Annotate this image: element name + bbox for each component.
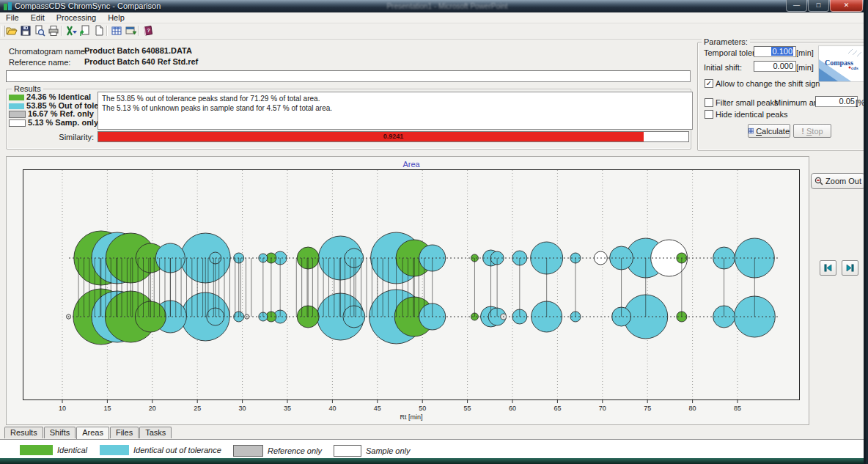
tab-areas[interactable]: Areas — [76, 427, 109, 439]
legend-color-swatch — [20, 445, 53, 455]
legend-item-identical: Identical — [20, 445, 87, 455]
result-row-samp-only: 5.13 % Samp. only — [9, 118, 98, 127]
allow-shift-sign-checkbox[interactable]: ✓ — [705, 79, 713, 88]
open-icon — [6, 25, 18, 38]
compass-cds-logo: Compass cds — [818, 45, 865, 82]
zoom-out-label: Zoom Out — [825, 177, 861, 185]
filter-small-peaks-label: Filter small peaks — [716, 98, 779, 107]
toolbar-save-button[interactable] — [18, 24, 32, 38]
svg-text:40: 40 — [328, 405, 336, 412]
svg-text:70: 70 — [599, 405, 606, 412]
table-icon — [111, 25, 122, 38]
stop-button[interactable]: ! Stop — [793, 124, 831, 138]
result-row-text: 16.67 % Ref. only — [26, 109, 94, 118]
area-chart-svg[interactable]: 10152025303540455055606570758085Rt [min] — [23, 169, 800, 422]
area-chart-panel: Area 10152025303540455055606570758085Rt … — [6, 156, 809, 425]
toolbar-separator — [61, 26, 62, 36]
toolbar-open-button[interactable] — [4, 24, 18, 38]
step-left-icon — [824, 264, 832, 272]
menu-item-edit[interactable]: Edit — [25, 12, 51, 23]
tab-files[interactable]: Files — [110, 427, 139, 438]
toolbar-export-excel-button[interactable] — [64, 24, 78, 38]
hide-identical-peaks-checkbox[interactable] — [705, 110, 713, 119]
allow-shift-sign-label: Allow to change the shift sign — [716, 79, 820, 88]
toolbar-print-button[interactable] — [46, 24, 60, 38]
step-right-icon — [846, 264, 854, 272]
result-color-swatch — [9, 103, 24, 109]
toolbar-import-page-button[interactable] — [78, 24, 92, 38]
title-bar: Presentation1 - Microsoft PowerPoint Com… — [0, 0, 866, 12]
filter-small-peaks-checkbox[interactable] — [705, 98, 713, 107]
legend-item-identical-out-of-tolerance: Identical out of tolerance — [100, 445, 221, 455]
app-window: Presentation1 - Microsoft PowerPoint Com… — [0, 0, 866, 464]
legend-band: IdenticalIdentical out of toleranceRefer… — [0, 439, 866, 459]
toolbar-print-preview-button[interactable] — [32, 24, 46, 38]
reference-name-value: Product Batch 640 Ref Std.ref — [84, 57, 198, 66]
menu-item-help[interactable]: Help — [102, 12, 130, 23]
legend-color-swatch — [233, 445, 263, 457]
legend-label: Identical out of tolerance — [133, 446, 221, 454]
app-icon — [3, 1, 12, 11]
properties-icon — [125, 25, 136, 38]
svg-text:?: ? — [147, 28, 150, 33]
svg-text:10: 10 — [59, 405, 66, 412]
svg-text:60: 60 — [509, 405, 516, 412]
toolbar-table-button[interactable] — [109, 24, 123, 38]
minimize-button[interactable]: — — [786, 0, 807, 12]
step-left-button[interactable] — [820, 260, 836, 276]
initial-shift-input[interactable]: 0.000 — [754, 61, 796, 72]
maximize-button[interactable]: □ — [808, 0, 829, 12]
svg-text:35: 35 — [284, 405, 291, 412]
svg-text:15: 15 — [103, 405, 111, 412]
temporal-tolerance-input[interactable]: 0.100 — [754, 46, 796, 57]
similarity-value: 0.9241 — [98, 133, 688, 140]
zoom-out-button[interactable]: Zoom Out — [811, 173, 865, 189]
svg-text:cds: cds — [851, 65, 858, 71]
close-button[interactable]: ✕ — [830, 0, 863, 12]
background-window-edge — [0, 458, 866, 464]
svg-text:55: 55 — [464, 405, 471, 412]
step-right-button[interactable] — [842, 260, 858, 276]
legend-color-swatch — [334, 445, 361, 457]
legend-item-sample-only: Sample only — [334, 445, 411, 457]
svg-text:80: 80 — [689, 405, 696, 412]
legend-item-reference-only: Reference only — [233, 445, 322, 457]
stop-exclamation-icon: ! — [801, 127, 804, 136]
results-info-line: The 53.85 % out of tolerance peaks stand… — [102, 94, 688, 103]
minimum-area-input[interactable]: 0.05 — [815, 96, 858, 107]
toolbar-properties-button[interactable] — [123, 24, 137, 38]
toolbar-report-page-button[interactable] — [92, 24, 106, 38]
toolbar-separator — [138, 26, 139, 36]
view-tabs: ResultsShiftsAreasFilesTasks — [4, 426, 172, 438]
comparison-path-input[interactable] — [6, 70, 691, 82]
chromatogram-name-value: Product Batch 640881.DATA — [84, 46, 192, 55]
help-book-icon: ? — [142, 25, 154, 38]
menu-item-processing[interactable]: Processing — [51, 12, 102, 23]
legend-label: Sample only — [366, 446, 411, 455]
svg-text:85: 85 — [734, 405, 741, 412]
result-color-swatch — [9, 119, 26, 127]
chromatogram-name-label: Chromatogram name: — [9, 47, 87, 56]
toolbar-help-book-button[interactable]: ? — [141, 24, 155, 38]
tab-results[interactable]: Results — [4, 427, 43, 438]
result-row-text: 5.13 % Samp. only — [26, 118, 98, 127]
svg-text:30: 30 — [239, 405, 246, 412]
calculate-button[interactable]: Calculate — [748, 124, 790, 138]
hide-identical-peaks-label: Hide identical peaks — [716, 110, 787, 119]
tab-tasks[interactable]: Tasks — [139, 427, 172, 438]
result-color-swatch — [9, 95, 24, 100]
menu-bar: FileEditProcessingHelp — [0, 12, 866, 23]
similarity-bar: 0.9241 — [98, 131, 689, 142]
svg-text:Compass: Compass — [825, 59, 853, 67]
calculate-button-label: Calculate — [756, 127, 790, 136]
window-edge — [864, 0, 866, 464]
similarity-label: Similarity: — [44, 133, 94, 141]
tab-shifts[interactable]: Shifts — [44, 427, 76, 438]
result-row-identical: 24.36 % Identical — [9, 92, 91, 101]
menu-item-file[interactable]: File — [0, 12, 25, 23]
svg-text:50: 50 — [419, 405, 426, 412]
results-info-box[interactable]: The 53.85 % out of tolerance peaks stand… — [98, 92, 693, 130]
temporal-tolerance-unit: [min] — [796, 48, 814, 57]
stop-button-label: Stop — [806, 127, 823, 136]
x-axis-label: Rt [min] — [400, 413, 422, 421]
